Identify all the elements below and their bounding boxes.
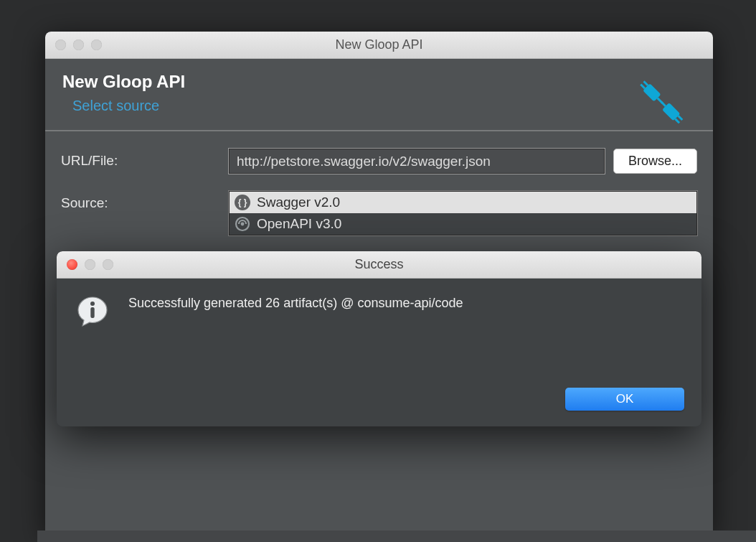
svg-rect-11 xyxy=(90,307,94,318)
source-item-label: Swagger v2.0 xyxy=(257,195,340,210)
wizard-body: URL/File: Browse... Source: { } Swagger … xyxy=(45,131,713,270)
dialog-footer: OK xyxy=(57,380,701,426)
svg-line-5 xyxy=(679,116,683,120)
ok-button[interactable]: OK xyxy=(565,388,684,411)
source-item-label: OpenAPI v3.0 xyxy=(257,216,341,232)
api-plug-icon xyxy=(633,80,691,128)
svg-line-7 xyxy=(661,102,666,106)
info-icon xyxy=(75,294,110,332)
swagger-icon: { } xyxy=(234,194,251,211)
wizard-header-title: New Gloop API xyxy=(62,72,696,92)
svg-point-9 xyxy=(241,223,245,226)
source-list[interactable]: { } Swagger v2.0 OpenAPI v3.0 xyxy=(229,191,697,235)
source-item-openapi[interactable]: OpenAPI v3.0 xyxy=(230,213,696,235)
wizard-window-title: New Gloop API xyxy=(45,37,713,52)
dialog-titlebar: Success xyxy=(57,251,701,279)
openapi-icon xyxy=(234,215,251,233)
source-row: Source: { } Swagger v2.0 xyxy=(61,191,697,235)
svg-line-2 xyxy=(641,85,645,89)
dialog-message: Successfully generated 26 artifact(s) @ … xyxy=(128,294,463,332)
url-file-row: URL/File: Browse... xyxy=(61,149,697,174)
url-file-input[interactable] xyxy=(229,149,605,174)
url-file-label: URL/File: xyxy=(61,149,229,169)
source-item-swagger[interactable]: { } Swagger v2.0 xyxy=(230,192,696,213)
source-label: Source: xyxy=(61,191,229,211)
svg-point-10 xyxy=(90,302,95,306)
wizard-titlebar: New Gloop API xyxy=(45,32,713,59)
bottom-strip xyxy=(37,531,756,542)
wizard-header: New Gloop API Select source xyxy=(45,59,713,131)
success-dialog: Success Successfully generated 26 artifa… xyxy=(57,251,701,426)
dialog-title: Success xyxy=(57,257,701,272)
browse-button[interactable]: Browse... xyxy=(613,149,697,174)
wizard-subtitle: Select source xyxy=(72,98,696,114)
dialog-body: Successfully generated 26 artifact(s) @ … xyxy=(57,279,701,337)
svg-line-6 xyxy=(675,119,679,123)
svg-line-1 xyxy=(644,81,648,85)
